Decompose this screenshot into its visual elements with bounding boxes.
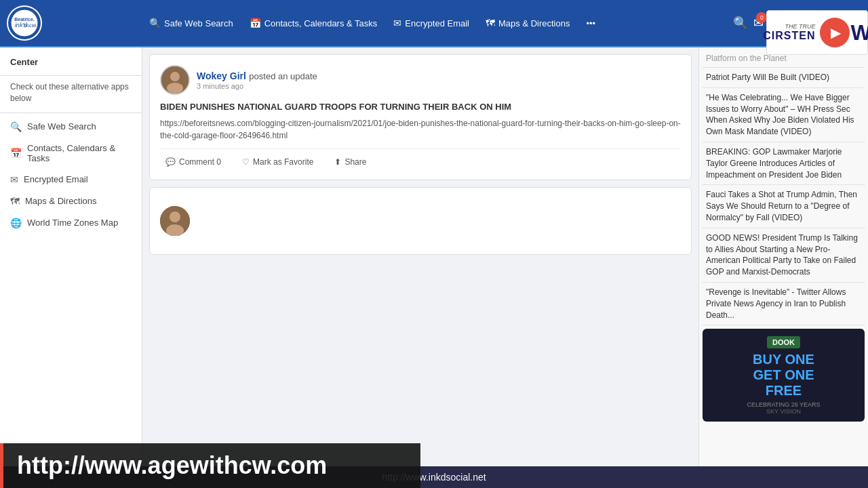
cirstenw-letter: W [851,20,868,45]
nav-contacts-label: Contacts, Calendars & Tasks [264,18,378,28]
sidebar-divider-1 [0,75,142,76]
svg-point-7 [167,83,183,94]
nav-menu: 🔍 Safe Web Search 📅 Contacts, Calendars … [142,14,733,33]
search-icon: 🔍 [149,18,161,28]
ad-offer-2: GET ONE [709,367,858,383]
post-actions: 💬 Comment 0 ♡ Mark as Favorite ⬆ Share [160,148,681,169]
ad-brand: SKY VISION [709,408,858,415]
header: Beatrice. ink'd Social 🔍 Safe Web Search… [0,0,868,47]
post-meta: Wokey Girl posted an update 3 minutes ag… [197,70,317,90]
news-item-4[interactable]: GOOD NEWS! President Trump Is Talking to… [703,228,865,283]
favorite-label: Mark as Favorite [253,157,313,167]
calendar-icon: 📅 [250,18,261,28]
ad-label: DOOK [767,336,800,348]
post-header: Wokey Girl posted an update 3 minutes ag… [160,65,681,95]
post-card: Wokey Girl posted an update 3 minutes ag… [149,54,692,180]
nav-mail-button[interactable]: ✉ 0 [753,16,764,30]
calendar-icon: 📅 [10,148,22,159]
cirstenw-name: CIRSTEN [763,30,815,42]
nav-maps[interactable]: 🗺 Maps & Directions [479,14,576,33]
logo-icon: Beatrice. ink'd Social [7,5,42,41]
sidebar-item-world-time-zones[interactable]: 🌐 World Time Zones Map [0,212,142,234]
post-link[interactable]: https://beforeitsnews.com/blogging-citiz… [160,117,681,142]
sidebar-safe-web-search-label: Safe Web Search [27,121,96,131]
news-item-0[interactable]: Patriot Party Will Be Built (VIDEO) [703,68,865,88]
main-layout: Center Check out these alternative apps … [0,47,868,488]
email-icon: ✉ [393,18,401,28]
news-item-1[interactable]: "He Was Celebrating... We Have Bigger Is… [703,88,865,142]
globe-icon: 🌐 [10,218,22,228]
comment-label: Comment 0 [179,157,221,167]
logo-area: Beatrice. ink'd Social [7,5,142,41]
sidebar-item-maps[interactable]: 🗺 Maps & Directions [0,190,142,212]
comment-button[interactable]: 💬 Comment 0 [160,155,226,169]
nav-maps-label: Maps & Directions [498,18,570,28]
sidebar-contacts-label: Contacts, Calendars & Tasks [27,143,132,163]
nav-encrypted-email-label: Encrypted Email [405,18,469,28]
sidebar-item-safe-web-search[interactable]: 🔍 Safe Web Search [0,116,142,138]
nav-more[interactable]: ••• [579,14,602,33]
ad-offer-1: BUY ONE [709,351,858,367]
post-title: BIDEN PUNISHES NATIONAL GUARD TROOPS FOR… [160,102,681,112]
post-avatar [160,65,190,95]
cirstenw-panel: THE TRUE CIRSTEN ▶ W [766,10,868,55]
right-sidebar: Platform on the Planet Patriot Party Wil… [698,47,868,488]
search-icon: 🔍 [10,121,22,132]
main-feed: Wokey Girl posted an update 3 minutes ag… [142,47,698,488]
nav-encrypted-email[interactable]: ✉ Encrypted Email [387,14,476,33]
svg-text:Beatrice.: Beatrice. [14,17,35,22]
ad-panel: DOOK BUY ONE GET ONE FREE CELEBRATING 26… [703,329,865,422]
sidebar-item-encrypted-email[interactable]: ✉ Encrypted Email [0,169,142,190]
news-item-2[interactable]: BREAKING: GOP Lawmaker Marjorie Taylor G… [703,142,865,185]
favorite-button[interactable]: ♡ Mark as Favorite [237,155,319,169]
sidebar: Center Check out these alternative apps … [0,47,142,488]
svg-point-6 [170,72,180,81]
sidebar-item-contacts[interactable]: 📅 Contacts, Calendars & Tasks [0,138,142,169]
post-card-placeholder [149,187,692,255]
nav-safe-web-search-label: Safe Web Search [164,18,233,28]
cirstenw-top-text: THE TRUE [763,23,815,30]
post-action-text: posted an update [249,71,317,81]
play-icon: ▶ [831,24,841,41]
svg-point-9 [170,211,180,222]
sidebar-encrypted-email-label: Encrypted Email [24,174,88,184]
post-username[interactable]: Wokey Girl [197,70,246,81]
nav-contacts[interactable]: 📅 Contacts, Calendars & Tasks [243,14,384,33]
map-icon: 🗺 [10,196,20,207]
bottom-banner: http://www.agewithcw.com [0,443,420,488]
heart-icon: ♡ [242,157,250,167]
news-item-5[interactable]: "Revenge is Inevitable" - Twitter Allows… [703,283,865,325]
share-icon: ⬆ [334,157,341,167]
map-icon: 🗺 [486,18,495,28]
nav-search-button[interactable]: 🔍 [733,16,748,30]
email-icon: ✉ [10,174,18,185]
ad-sub-text: CELEBRATING 26 YEARS [709,401,858,408]
comment-icon: 💬 [165,157,176,167]
share-button[interactable]: ⬆ Share [329,155,372,169]
post-time: 3 minutes ago [197,82,317,90]
svg-text:Social: Social [23,23,37,28]
placeholder-avatar [160,206,190,236]
share-label: Share [344,157,366,167]
sidebar-maps-label: Maps & Directions [25,196,96,206]
content-area: Wokey Girl posted an update 3 minutes ag… [142,47,868,488]
sidebar-world-time-label: World Time Zones Map [27,218,118,228]
cirstenw-play-button[interactable]: ▶ [820,18,850,47]
banner-url: http://www.agewithcw.com [17,451,327,479]
sidebar-header: Center [0,54,142,73]
nav-safe-web-search[interactable]: 🔍 Safe Web Search [142,14,240,33]
post-user-line: Wokey Girl posted an update [197,70,317,82]
nav-more-label: ••• [586,18,595,28]
news-item-3[interactable]: Fauci Takes a Shot at Trump Admin, Then … [703,185,865,228]
sidebar-promo-text: Check out these alternative apps below [0,79,142,110]
ad-offer-3: FREE [709,383,858,399]
sidebar-divider-2 [0,113,142,113]
